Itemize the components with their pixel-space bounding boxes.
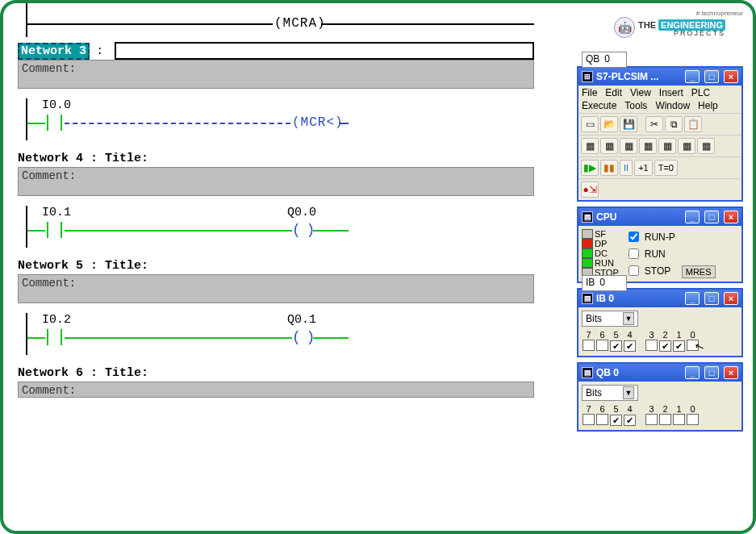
network-3-comment[interactable]: Comment: [18, 60, 534, 89]
open-icon[interactable]: 📂 [600, 116, 618, 132]
cpu-window[interactable]: ▤ CPU _ □ × SFDPDCRUNSTOP RUN-P RUN STOP… [577, 207, 743, 283]
qb-bit-6[interactable] [596, 414, 608, 425]
plcsim-window[interactable]: ⊞ S7-PLCSIM ... _ □ × File Edit View Ins… [577, 66, 743, 202]
close-button[interactable]: × [724, 366, 738, 379]
qb-address-field[interactable]: QB 0 [582, 52, 627, 68]
qb-bit-2[interactable] [659, 414, 671, 425]
maximize-button[interactable]: □ [704, 366, 719, 379]
minimize-button[interactable]: _ [685, 211, 700, 223]
maximize-button[interactable]: □ [704, 70, 719, 83]
qb-bit-0[interactable] [687, 414, 699, 425]
menu-window[interactable]: Window [655, 100, 690, 111]
chevron-down-icon[interactable]: ▼ [623, 312, 634, 325]
stop-icon[interactable]: ▮▮ [600, 160, 618, 176]
insert-counter-icon[interactable]: ▦ [678, 138, 695, 154]
insert-timer-icon[interactable]: ▦ [658, 138, 676, 154]
ib-bit-4[interactable]: ✔ [624, 340, 636, 352]
ib-format-select[interactable]: Bits ▼ [582, 311, 638, 327]
menu-edit[interactable]: Edit [605, 87, 622, 98]
new-icon[interactable]: ▭ [581, 116, 599, 132]
mode-checkbox[interactable] [629, 265, 639, 276]
paste-icon[interactable]: 📋 [684, 116, 702, 132]
menu-insert[interactable]: Insert [659, 87, 683, 98]
run-icon[interactable]: ▮▶ [581, 160, 599, 176]
mode-checkbox[interactable] [629, 232, 639, 242]
close-button[interactable]: × [724, 211, 738, 223]
ib-address-field[interactable]: IB 0 [582, 275, 627, 291]
qb-bit-7[interactable] [583, 414, 595, 425]
plcsim-title-bar[interactable]: ⊞ S7-PLCSIM ... _ □ × [578, 68, 741, 86]
rung-3[interactable]: I0.0 (MCR<) [18, 98, 550, 140]
network-6-title[interactable]: Title: [105, 366, 148, 380]
maximize-button[interactable]: □ [704, 292, 719, 305]
mode-checkbox[interactable] [629, 248, 639, 259]
rung-5[interactable]: I0.2 Q0.1 ( ) [18, 313, 550, 355]
minimize-button[interactable]: _ [685, 70, 700, 83]
qb-bit-1[interactable] [673, 414, 685, 425]
network-5-label[interactable]: Network 5 [18, 259, 83, 273]
ib-bit-2[interactable]: ✔ [659, 340, 671, 352]
qb-bit-label: 7 [582, 404, 595, 414]
input-icon: ▤ [582, 293, 593, 304]
cpu-led-sf: SF [582, 229, 619, 239]
insert-var-icon[interactable]: ▦ [697, 138, 715, 154]
network-6-label[interactable]: Network 6 [18, 366, 83, 380]
network-3-label[interactable]: Network 3 [18, 43, 90, 60]
menu-help[interactable]: Help [698, 100, 718, 111]
contact-no [45, 115, 64, 131]
menu-tools[interactable]: Tools [624, 100, 647, 111]
contact-no [45, 222, 64, 238]
toolbar-4: ●⇲ [578, 179, 741, 200]
plcsim-title: S7-PLCSIM ... [596, 71, 680, 82]
ib-bit-5[interactable]: ✔ [610, 340, 622, 352]
network-4-label[interactable]: Network 4 [18, 152, 83, 165]
rung-mcra: (MCRA) [18, 10, 550, 37]
qb-bit-3[interactable] [645, 414, 658, 425]
copy-icon[interactable]: ⧉ [665, 116, 683, 132]
chevron-down-icon[interactable]: ▼ [623, 386, 634, 399]
ib-bit-7[interactable] [583, 340, 595, 351]
network-5-title[interactable]: Title: [105, 259, 148, 273]
cpu-mode-stop[interactable]: STOP [625, 263, 675, 278]
menu-file[interactable]: File [582, 87, 597, 98]
menu-execute[interactable]: Execute [582, 100, 616, 111]
close-button[interactable]: × [724, 70, 738, 83]
minimize-button[interactable]: _ [685, 292, 700, 305]
qb-title: QB 0 [596, 367, 680, 378]
insert-input-icon[interactable]: ▦ [600, 138, 618, 154]
qb-window[interactable]: ▤ QB 0 _ □ × QB 0 Bits ▼ 76543210 [577, 362, 743, 432]
cut-icon[interactable]: ✂ [645, 116, 663, 132]
save-icon[interactable]: 💾 [620, 116, 637, 132]
close-button[interactable]: × [724, 292, 738, 305]
ib-window[interactable]: ▤ IB 0 _ □ × IB 0 Bits ▼ 76543210 [577, 288, 743, 357]
insert-cpu-icon[interactable]: ▦ [581, 138, 599, 154]
minimize-button[interactable]: _ [685, 366, 700, 379]
cpu-mode-run-p[interactable]: RUN-P [625, 229, 675, 244]
record-icon[interactable]: ●⇲ [581, 181, 599, 198]
reset-time-button[interactable]: T=0 [654, 160, 678, 176]
maximize-button[interactable]: □ [704, 211, 719, 223]
ib-bit-3[interactable] [645, 340, 658, 351]
pause-button[interactable]: II [620, 160, 633, 176]
menu-bar[interactable]: File Edit View Insert PLC Execute Tools … [578, 86, 741, 114]
qb-bit-4[interactable]: ✔ [624, 415, 636, 426]
network-4-title[interactable]: Title: [105, 152, 148, 165]
cpu-mode-run[interactable]: RUN [625, 246, 675, 261]
step-button[interactable]: +1 [634, 160, 653, 176]
rung-4[interactable]: I0.1 Q0.0 ( ) [18, 206, 550, 248]
network-6-comment[interactable]: Comment: [18, 382, 534, 398]
qb-bit-5[interactable]: ✔ [610, 415, 622, 426]
network-3-title-input[interactable] [115, 42, 534, 60]
network-5-comment[interactable]: Comment: [18, 274, 534, 303]
insert-mem-icon[interactable]: ▦ [639, 138, 657, 154]
insert-output-icon[interactable]: ▦ [620, 138, 637, 154]
cpu-led-panel: SFDPDCRUNSTOP [582, 229, 619, 277]
network-4-comment[interactable]: Comment: [18, 167, 534, 196]
mres-button[interactable]: MRES [682, 265, 716, 278]
ib-bit-1[interactable]: ✔ [673, 340, 685, 352]
menu-plc[interactable]: PLC [691, 87, 710, 98]
logo-projects: PROJECTS [638, 30, 725, 37]
ib-bit-6[interactable] [596, 340, 608, 351]
qb-format-select[interactable]: Bits ▼ [582, 385, 638, 401]
menu-view[interactable]: View [630, 87, 651, 98]
